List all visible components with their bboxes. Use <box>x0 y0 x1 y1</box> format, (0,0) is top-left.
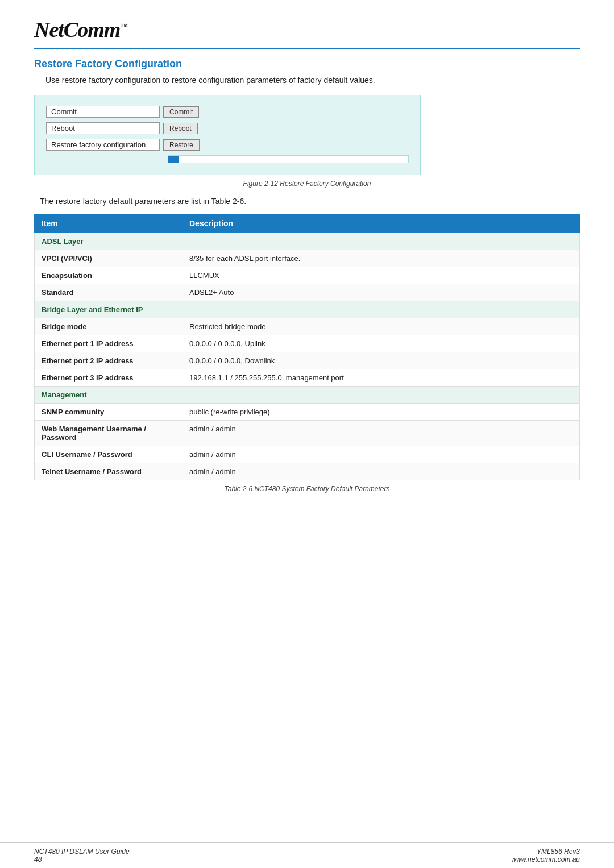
table-row: Ethernet port 3 IP address192.168.1.1 / … <box>35 369 580 387</box>
table-cell-desc: 8/35 for each ADSL port interface. <box>182 250 580 267</box>
table-cell-desc: 192.168.1.1 / 255.255.255.0, management … <box>182 369 580 387</box>
table-row: Ethernet port 2 IP address0.0.0.0 / 0.0.… <box>35 352 580 369</box>
config-row-restore: Restore factory configuration Restore <box>46 139 409 151</box>
table-row: EncapsulationLLCMUX <box>35 267 580 284</box>
logo: NetComm™ <box>34 17 127 42</box>
reboot-label: Reboot <box>46 122 160 134</box>
col-item: Item <box>35 214 182 233</box>
table-cell-item: Ethernet port 1 IP address <box>35 335 182 352</box>
footer-right: YML856 Rev3 www.netcomm.com.au <box>511 848 580 863</box>
table-cell-desc: admin / admin <box>182 463 580 480</box>
section-label: Bridge Layer and Ethernet IP <box>35 301 580 318</box>
progress-bar-bg <box>168 155 409 163</box>
table-cell-desc: 0.0.0.0 / 0.0.0.0, Downlink <box>182 352 580 369</box>
params-table: Item Description ADSL LayerVPCI (VPI/VCI… <box>34 214 580 480</box>
table-section-row: Bridge Layer and Ethernet IP <box>35 301 580 318</box>
progress-bar-fill <box>168 156 179 163</box>
table-cell-desc: ADSL2+ Auto <box>182 284 580 301</box>
footer-left: NCT480 IP DSLAM User Guide 48 <box>34 848 130 863</box>
footer-left-line2: 48 <box>34 855 130 863</box>
table-row: CLI Username / Passwordadmin / admin <box>35 446 580 463</box>
config-row-reboot: Reboot Reboot <box>46 122 409 134</box>
table-cell-desc: admin / admin <box>182 446 580 463</box>
restore-button[interactable]: Restore <box>163 139 200 151</box>
table-caption: Table 2-6 NCT480 System Factory Default … <box>34 485 580 493</box>
table-cell-item: VPCI (VPI/VCI) <box>35 250 182 267</box>
config-row-commit: Commit Commit <box>46 106 409 118</box>
commit-label: Commit <box>46 106 160 118</box>
header: NetComm™ <box>34 17 580 49</box>
table-section-row: Management <box>35 387 580 404</box>
table-cell-item: Ethernet port 2 IP address <box>35 352 182 369</box>
table-cell-item: Encapsulation <box>35 267 182 284</box>
config-panel: Commit Commit Reboot Reboot Restore fact… <box>34 95 421 175</box>
table-cell-item: CLI Username / Password <box>35 446 182 463</box>
logo-tm: ™ <box>120 22 127 31</box>
col-desc: Description <box>182 214 580 233</box>
logo-text: NetComm <box>34 18 120 41</box>
footer-right-line1: YML856 Rev3 <box>511 848 580 855</box>
reboot-button[interactable]: Reboot <box>163 123 198 134</box>
table-cell-desc: admin / admin <box>182 421 580 446</box>
table-cell-desc: 0.0.0.0 / 0.0.0.0, Uplink <box>182 335 580 352</box>
summary-text: The restore factory default parameters a… <box>40 197 580 206</box>
table-row: Telnet Username / Passwordadmin / admin <box>35 463 580 480</box>
table-row: Bridge modeRestricted bridge mode <box>35 318 580 335</box>
section-label: Management <box>35 387 580 404</box>
table-cell-desc: LLCMUX <box>182 267 580 284</box>
table-cell-item: SNMP community <box>35 404 182 421</box>
table-cell-item: Ethernet port 3 IP address <box>35 369 182 387</box>
commit-button[interactable]: Commit <box>163 106 199 118</box>
table-row: StandardADSL2+ Auto <box>35 284 580 301</box>
figure-caption: Figure 2-12 Restore Factory Configuratio… <box>34 180 580 188</box>
table-cell-item: Standard <box>35 284 182 301</box>
intro-text: Use restore factory configuration to res… <box>45 76 580 85</box>
table-row: Ethernet port 1 IP address0.0.0.0 / 0.0.… <box>35 335 580 352</box>
page: NetComm™ Restore Factory Configuration U… <box>0 0 614 868</box>
table-section-row: ADSL Layer <box>35 233 580 250</box>
table-cell-item: Bridge mode <box>35 318 182 335</box>
footer: NCT480 IP DSLAM User Guide 48 YML856 Rev… <box>0 842 614 868</box>
table-row: VPCI (VPI/VCI)8/35 for each ADSL port in… <box>35 250 580 267</box>
table-row: SNMP communitypublic (re-write privilege… <box>35 404 580 421</box>
section-label: ADSL Layer <box>35 233 580 250</box>
footer-left-line1: NCT480 IP DSLAM User Guide <box>34 848 130 855</box>
progress-bar-row <box>46 155 409 163</box>
table-cell-desc: public (re-write privilege) <box>182 404 580 421</box>
table-cell-item: Telnet Username / Password <box>35 463 182 480</box>
table-row: Web Management Username / Passwordadmin … <box>35 421 580 446</box>
page-title: Restore Factory Configuration <box>34 58 580 70</box>
table-cell-item: Web Management Username / Password <box>35 421 182 446</box>
table-cell-desc: Restricted bridge mode <box>182 318 580 335</box>
footer-right-line2: www.netcomm.com.au <box>511 855 580 863</box>
restore-label: Restore factory configuration <box>46 139 160 151</box>
